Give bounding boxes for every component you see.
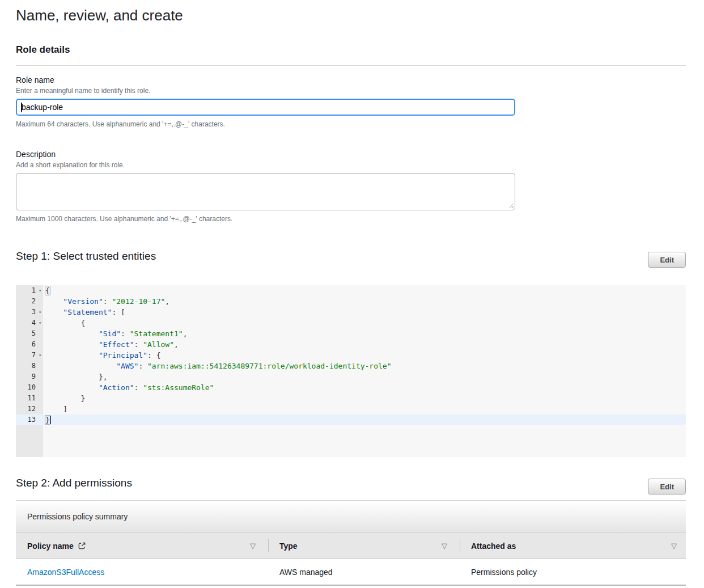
table-cell: AWS managed [268, 568, 460, 577]
policy-table-header: Policy name ▽ Type ▽ Attached as [16, 533, 686, 559]
table-row: AmazonS3FullAccessAWS managedPermissions… [16, 559, 686, 586]
column-header-type: Type ▽ [268, 533, 460, 559]
trust-policy-code-editor[interactable]: 1▾{2 "Version": "2012-10-17",3▾ "Stateme… [16, 285, 686, 457]
role-name-hint: Maximum 64 characters. Use alphanumeric … [16, 120, 686, 129]
column-header-policy-name: Policy name ▽ [16, 533, 268, 559]
editor-line: 12 ] [16, 404, 686, 414]
policy-name-link[interactable]: AmazonS3FullAccess [16, 568, 268, 577]
description-field: Description Add a short explanation for … [16, 149, 686, 223]
role-details-heading: Role details [16, 44, 686, 55]
fold-arrow-icon[interactable]: ▾ [36, 307, 41, 318]
editor-line: 13} [16, 414, 686, 425]
description-helper: Add a short explanation for this role. [16, 160, 686, 170]
code-editor-lines: 1▾{2 "Version": "2012-10-17",3▾ "Stateme… [16, 285, 686, 425]
step2-header-row: Step 2: Add permissions Edit [16, 476, 686, 494]
editor-line: 2 "Version": "2012-10-17", [16, 296, 686, 307]
step2-edit-button[interactable]: Edit [648, 479, 686, 494]
step1-edit-button[interactable]: Edit [648, 252, 686, 268]
description-label: Description [16, 149, 686, 159]
permissions-panel: Permissions policy summary Policy name ▽… [16, 500, 686, 586]
editor-line: 9 }, [16, 371, 686, 382]
role-name-field: Role name Enter a meaningful name to ide… [16, 75, 686, 129]
editor-line: 6 "Effect": "Allow", [16, 339, 686, 350]
step1-header-row: Step 1: Select trusted entities Edit [16, 249, 686, 268]
step1-heading: Step 1: Select trusted entities [16, 249, 156, 263]
main-content: Name, review, and create Role details Ro… [0, 0, 704, 586]
fold-arrow-icon[interactable]: ▾ [36, 350, 41, 361]
description-hint: Maximum 1000 characters. Use alphanumeri… [16, 214, 686, 223]
step2-heading: Step 2: Add permissions [16, 476, 132, 490]
table-cell: Permissions policy [460, 568, 686, 577]
editor-line: 1▾{ [16, 285, 686, 296]
filter-icon[interactable]: ▽ [442, 542, 447, 549]
section-divider [16, 65, 686, 66]
role-name-label: Role name [16, 75, 686, 85]
role-name-input[interactable] [16, 99, 515, 116]
editor-line: 7▾ "Principal": { [16, 350, 686, 361]
fold-arrow-icon[interactable]: ▾ [36, 318, 41, 328]
editor-line: 4▾ { [16, 318, 686, 328]
editor-line: 5 "Sid": "Statement1", [16, 328, 686, 339]
text-caret [21, 103, 22, 112]
editor-line: 11 } [16, 393, 686, 404]
filter-icon[interactable]: ▽ [250, 542, 256, 549]
editor-caret [50, 416, 51, 424]
filter-icon[interactable]: ▽ [671, 542, 677, 549]
fold-arrow-icon[interactable]: ▾ [36, 285, 41, 296]
external-link-icon [78, 542, 86, 550]
editor-line: 10 "Action": "sts:AssumeRole" [16, 382, 686, 393]
editor-line: 3▾ "Statement": [ [16, 307, 686, 318]
permissions-panel-title: Permissions policy summary [16, 501, 686, 533]
description-input[interactable] [16, 173, 515, 210]
policy-table-body: AmazonS3FullAccessAWS managedPermissions… [16, 559, 686, 586]
role-name-helper: Enter a meaningful name to identify this… [16, 86, 686, 95]
page-title: Name, review, and create [16, 7, 686, 24]
editor-line: 8 "AWS": "arn:aws:iam::541263489771:role… [16, 361, 686, 371]
column-header-attached-as: Attached as ▽ [460, 533, 686, 559]
